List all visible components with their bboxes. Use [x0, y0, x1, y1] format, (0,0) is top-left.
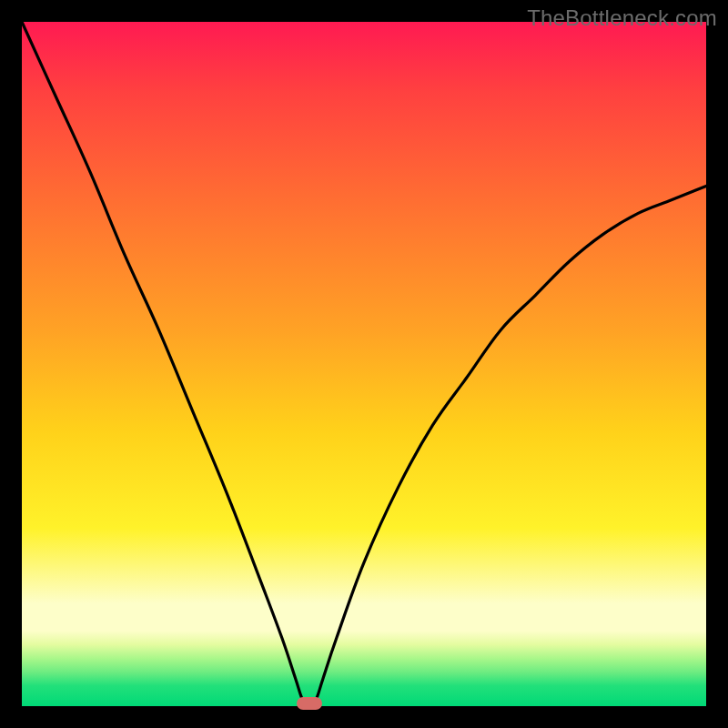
- watermark-text: TheBottleneck.com: [527, 5, 717, 31]
- bottleneck-marker: [297, 697, 322, 710]
- chart-frame: [22, 22, 706, 706]
- bottleneck-curve: [22, 22, 706, 706]
